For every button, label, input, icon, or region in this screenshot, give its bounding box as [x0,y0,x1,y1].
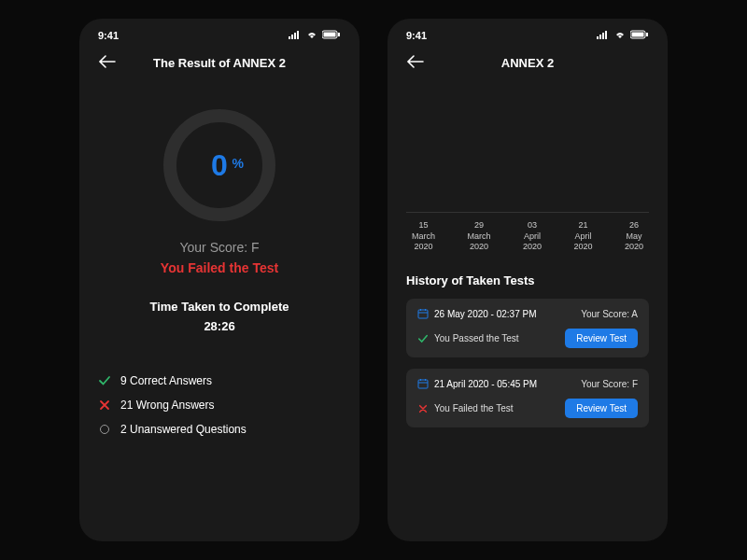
score-grade: F [251,240,260,255]
header: The Result of ANNEX 2 [79,45,359,81]
cross-icon [98,399,111,412]
axis-tick: 21 April 2020 [573,220,592,253]
history-score: Your Score: F [581,379,638,389]
unanswered-text: 2 Unanswered Questions [120,423,247,436]
wifi-icon [613,30,627,41]
page-title: ANNEX 2 [406,56,649,70]
history-score: Your Score: A [581,309,638,319]
unanswered-row: 2 Unanswered Questions [98,423,341,436]
svg-rect-9 [602,33,604,39]
svg-rect-3 [297,31,299,39]
fail-message: You Failed the Test [98,260,341,275]
calendar-icon [417,378,429,389]
gauge-ring: 0 % [163,109,275,221]
page-title: The Result of ANNEX 2 [98,56,341,70]
result-screen: 9:41 The Result of ANNEX 2 0 % You [79,19,359,541]
gauge-value: 0 [211,148,228,183]
calendar-icon [417,308,429,319]
history-card: 26 May 2020 - 02:37 PM Your Score: A You… [406,299,649,357]
status-icons [597,30,649,41]
svg-rect-1 [291,35,293,39]
history-date: 26 May 2020 - 02:37 PM [417,308,537,319]
svg-rect-6 [338,33,340,36]
answers-list: 9 Correct Answers 21 Wrong Answers 2 Una… [98,374,341,436]
svg-rect-7 [597,36,599,39]
gauge-percent-label: % [233,156,244,171]
status-icons [289,30,341,41]
cross-icon [417,403,429,414]
status-time: 9:41 [406,30,427,41]
wrong-answers-text: 21 Wrong Answers [120,399,215,412]
history-card: 21 April 2020 - 05:45 PM Your Score: F Y… [406,369,649,427]
svg-rect-8 [599,35,601,39]
signal-icon [289,30,302,41]
signal-icon [597,30,610,41]
time-value: 28:26 [98,317,341,337]
svg-rect-0 [289,36,290,39]
wifi-icon [305,30,318,41]
review-test-button[interactable]: Review Test [565,329,638,348]
score-gauge: 0 % [98,109,341,221]
svg-rect-5 [324,33,336,37]
wrong-answers-row: 21 Wrong Answers [98,399,341,412]
svg-rect-10 [605,31,607,39]
history-content: 15 March 2020 29 March 2020 03 April 202… [388,212,668,427]
arrow-left-icon [406,55,425,68]
back-button[interactable] [98,55,117,72]
history-status: You Passed the Test [417,333,519,344]
score-prefix: Your Score: [179,240,251,255]
axis-tick: 03 April 2020 [523,220,542,253]
svg-rect-18 [418,380,428,388]
svg-rect-12 [632,33,644,37]
check-icon [98,374,111,387]
status-time: 9:41 [98,30,119,41]
time-label: Time Taken to Complete [98,298,341,317]
header: ANNEX 2 [388,45,668,81]
check-icon [417,333,429,344]
back-button[interactable] [406,55,425,72]
battery-icon [630,30,649,41]
status-bar: 9:41 [79,19,359,45]
status-bar: 9:41 [388,19,668,45]
history-screen: 9:41 ANNEX 2 15 March 2020 2 [388,19,668,541]
axis-tick: 29 March 2020 [467,220,490,253]
history-status: You Failed the Test [417,403,514,414]
chart-x-axis: 15 March 2020 29 March 2020 03 April 202… [406,212,649,253]
svg-rect-14 [418,310,428,318]
score-line: Your Score: F [98,240,341,255]
review-test-button[interactable]: Review Test [565,399,638,418]
svg-rect-2 [294,33,296,39]
svg-rect-13 [646,33,648,36]
result-content: 0 % Your Score: F You Failed the Test Ti… [79,109,359,436]
arrow-left-icon [98,55,117,68]
history-date: 21 April 2020 - 05:45 PM [417,378,537,389]
axis-tick: 15 March 2020 [412,220,435,253]
time-block: Time Taken to Complete 28:26 [98,298,341,337]
circle-icon [98,423,111,436]
battery-icon [322,30,341,41]
correct-answers-row: 9 Correct Answers [98,374,341,387]
correct-answers-text: 9 Correct Answers [120,374,212,387]
history-title: History of Taken Tests [406,273,649,287]
axis-tick: 26 May 2020 [625,220,643,253]
